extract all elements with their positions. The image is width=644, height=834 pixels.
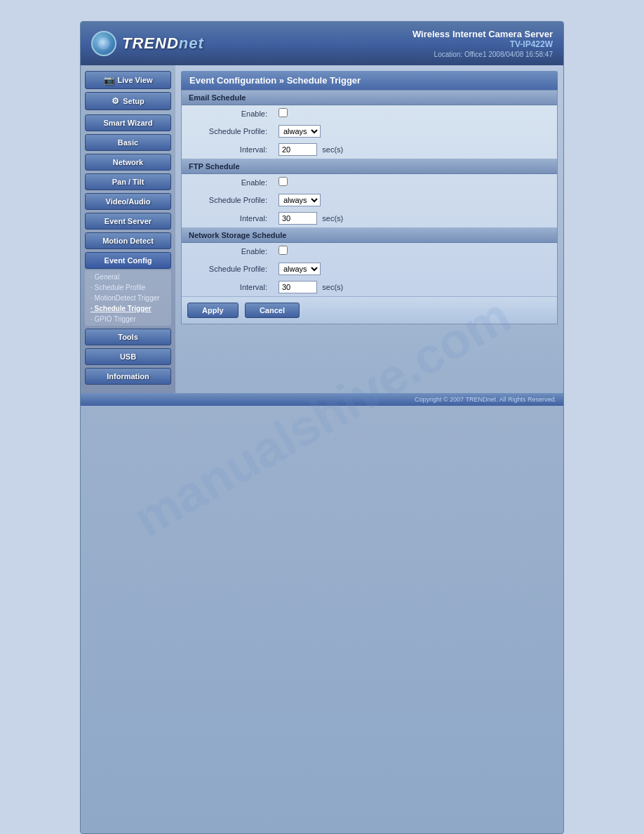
submenu-gpio-trigger[interactable]: · GPIO Trigger [88,314,168,324]
ftp-interval-row: Interval: sec(s) [182,209,557,227]
ftp-enable-row: Enable: [182,174,557,191]
sidebar-item-tools[interactable]: Tools [85,329,171,345]
form-container: Email Schedule Enable: Schedule Profile:… [181,90,558,324]
ftp-interval-unit: sec(s) [322,214,343,223]
location-info: Location: Office1 2008/04/08 16:58:47 [412,51,553,58]
email-interval-row: Interval: sec(s) [182,140,557,159]
apply-button[interactable]: Apply [187,303,239,318]
event-config-submenu: · General · Schedule Profile · MotionDet… [85,270,171,326]
gear-icon: ⚙ [112,96,119,106]
submenu-schedule-trigger[interactable]: · Schedule Trigger [88,303,168,314]
email-interval-input[interactable] [279,143,317,156]
sidebar: 📷 Live View ⚙ Setup Smart Wizard Basic N… [81,65,175,393]
submenu-motion-detect-trigger[interactable]: · MotionDetect Trigger [88,293,168,303]
email-enable-label: Enable: [182,105,273,122]
ns-interval-label: Interval: [182,278,273,296]
ftp-schedule-table: Enable: Schedule Profile: always [182,174,557,227]
ns-profile-row: Schedule Profile: always [182,260,557,278]
email-enable-row: Enable: [182,105,557,122]
sidebar-item-smart-wizard[interactable]: Smart Wizard [85,114,171,131]
ftp-enable-label: Enable: [182,174,273,191]
ns-enable-checkbox[interactable] [279,246,288,255]
email-enable-checkbox[interactable] [279,108,288,117]
email-interval-unit: sec(s) [322,145,343,154]
logo-icon [91,31,116,56]
setup-button[interactable]: ⚙ Setup [85,92,171,110]
camera-icon: 📷 [104,75,114,85]
main-content: Event Configuration » Schedule Trigger E… [175,65,563,393]
email-schedule-header: Email Schedule [182,91,557,105]
sidebar-item-usb[interactable]: USB [85,348,171,365]
ns-interval-input[interactable] [279,281,317,293]
product-title: Wireless Internet Camera Server [412,29,553,39]
sidebar-item-basic[interactable]: Basic [85,134,171,151]
ftp-interval-input[interactable] [279,212,317,225]
email-profile-select[interactable]: always [279,125,321,138]
model-number: TV-IP422W [412,39,553,49]
ns-enable-label: Enable: [182,243,273,260]
header: TRENDnet Wireless Internet Camera Server… [81,22,563,65]
sidebar-item-network[interactable]: Network [85,154,171,171]
network-storage-header: Network Storage Schedule [182,227,557,243]
ftp-interval-label: Interval: [182,209,273,227]
cancel-button[interactable]: Cancel [245,303,300,318]
email-profile-label: Schedule Profile: [182,122,273,140]
sidebar-item-pan-tilt[interactable]: Pan / Tilt [85,173,171,190]
submenu-schedule-profile[interactable]: · Schedule Profile [88,282,168,293]
ns-enable-row: Enable: [182,243,557,260]
network-storage-table: Enable: Schedule Profile: always [182,243,557,296]
sidebar-nav: Smart Wizard Basic Network Pan / Tilt Vi… [85,114,171,385]
header-info: Wireless Internet Camera Server TV-IP422… [412,29,553,58]
event-config-section: Event Config · General · Schedule Profil… [85,252,171,326]
page-title: Event Configuration » Schedule Trigger [181,71,558,90]
copyright-text: Copyright © 2007 TRENDnet. All Rights Re… [415,396,556,403]
sidebar-item-motion-detect[interactable]: Motion Detect [85,232,171,249]
ftp-profile-row: Schedule Profile: always [182,191,557,209]
logo-area: TRENDnet [91,31,204,56]
email-interval-label: Interval: [182,140,273,159]
live-view-button[interactable]: 📷 Live View [85,71,171,89]
ftp-profile-label: Schedule Profile: [182,191,273,209]
brand-name: TRENDnet [122,34,204,53]
ftp-enable-checkbox[interactable] [279,177,288,186]
ns-profile-label: Schedule Profile: [182,260,273,278]
ftp-profile-select[interactable]: always [279,194,321,206]
ns-interval-unit: sec(s) [322,283,343,291]
email-schedule-table: Enable: Schedule Profile: always [182,105,557,159]
ftp-schedule-header: FTP Schedule [182,159,557,174]
sidebar-item-video-audio[interactable]: Video/Audio [85,193,171,210]
content-wrapper: 📷 Live View ⚙ Setup Smart Wizard Basic N… [81,65,563,393]
ns-profile-select[interactable]: always [279,263,321,275]
ns-interval-row: Interval: sec(s) [182,278,557,296]
event-config-header[interactable]: Event Config [85,252,171,269]
email-profile-row: Schedule Profile: always [182,122,557,140]
footer: Copyright © 2007 TRENDnet. All Rights Re… [81,393,563,406]
sidebar-item-event-server[interactable]: Event Server [85,213,171,230]
submenu-general[interactable]: · General [88,272,168,282]
sidebar-item-information[interactable]: Information [85,368,171,385]
button-row: Apply Cancel [182,296,557,324]
